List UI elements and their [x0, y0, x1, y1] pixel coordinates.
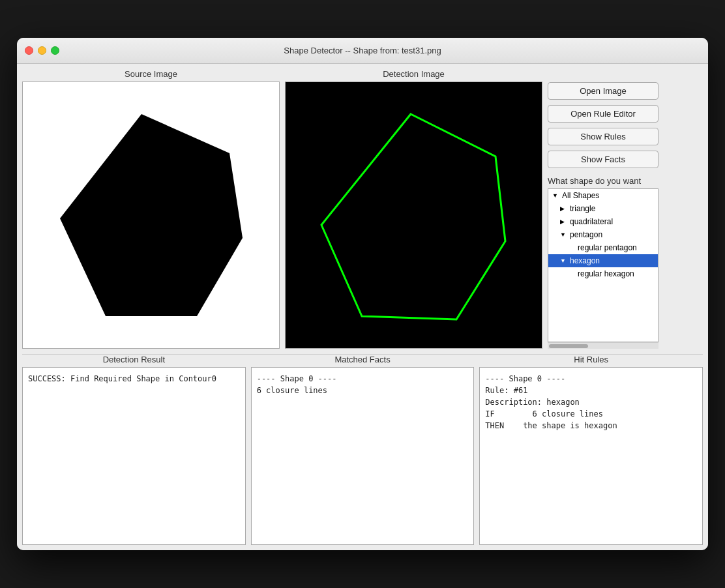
source-hexagon-svg [40, 95, 262, 336]
detection-image-label: Detection Image [383, 69, 445, 79]
app-window: Shape Detector -- Shape from: test31.png… [17, 38, 708, 550]
hit-rules-label: Hit Rules [479, 355, 703, 364]
arrow-all-shapes: ▼ [552, 192, 560, 199]
open-rule-editor-button[interactable]: Open Rule Editor [548, 105, 658, 123]
scrollbar-thumb[interactable] [549, 344, 588, 348]
maximize-button[interactable] [51, 46, 59, 55]
svg-marker-0 [60, 114, 243, 316]
open-image-button[interactable]: Open Image [548, 82, 658, 100]
detection-result-box: SUCCESS: Find Required Shape in Contour0 [22, 367, 246, 545]
source-image-container [22, 81, 280, 349]
matched-facts-box: ---- Shape 0 ---- 6 closure lines [251, 367, 475, 545]
tree-item-quadrilateral[interactable]: ▶ quadrilateral [548, 215, 658, 228]
matched-facts-label: Matched Facts [251, 355, 475, 364]
tree-item-pentagon[interactable]: ▼ pentagon [548, 228, 658, 241]
arrow-pentagon: ▼ [560, 231, 568, 238]
arrow-hexagon: ▼ [560, 257, 568, 264]
tree-item-hexagon[interactable]: ▼ hexagon [548, 254, 658, 267]
detection-result-text: SUCCESS: Find Required Shape in Contour0 [28, 374, 216, 383]
source-image-panel: Source Image [22, 69, 280, 349]
traffic-lights [25, 46, 59, 55]
matched-facts-text: ---- Shape 0 ---- 6 closure lines [257, 374, 337, 395]
window-title: Shape Detector -- Shape from: test31.png [284, 46, 441, 55]
tree-label-pentagon: pentagon [570, 230, 602, 239]
tree-item-triangle[interactable]: ▶ triangle [548, 202, 658, 215]
tree-label-regular-hexagon: regular hexagon [578, 269, 634, 278]
tree-label-hexagon: hexagon [570, 256, 600, 265]
detection-image-panel: Detection Image [285, 69, 542, 349]
close-button[interactable] [25, 46, 33, 55]
detection-result-panel: Detection Result SUCCESS: Find Required … [22, 355, 246, 545]
tree-label-quadrilateral: quadrilateral [570, 217, 613, 226]
scrollbar-area [548, 342, 658, 349]
detection-hexagon-svg [297, 91, 531, 339]
hit-rules-text: ---- Shape 0 ---- Rule: #61 Description:… [485, 374, 617, 430]
right-panel: Open Image Open Rule Editor Show Rules S… [548, 69, 658, 349]
source-image-label: Source Image [125, 69, 177, 79]
tree-item-all-shapes[interactable]: ▼ All Shapes [548, 189, 658, 202]
shape-tree-view[interactable]: ▼ All Shapes ▶ triangle ▶ quadrilateral [548, 188, 658, 342]
detection-result-label: Detection Result [22, 355, 246, 364]
tree-label-regular-pentagon: regular pentagon [578, 243, 637, 252]
bottom-section: Detection Result SUCCESS: Find Required … [17, 355, 708, 550]
arrow-quadrilateral: ▶ [560, 218, 568, 225]
top-section: Source Image Detection Image [17, 64, 708, 354]
minimize-button[interactable] [38, 46, 46, 55]
svg-marker-1 [321, 114, 505, 319]
tree-item-regular-hexagon[interactable]: regular hexagon [548, 267, 658, 280]
show-facts-button[interactable]: Show Facts [548, 151, 658, 168]
detection-image-container [285, 81, 542, 349]
tree-label-all-shapes: All Shapes [562, 191, 599, 200]
main-content: Source Image Detection Image [17, 64, 708, 550]
tree-item-regular-pentagon[interactable]: regular pentagon [548, 241, 658, 254]
hit-rules-box: ---- Shape 0 ---- Rule: #61 Description:… [479, 367, 703, 545]
matched-facts-panel: Matched Facts ---- Shape 0 ---- 6 closur… [251, 355, 475, 545]
shape-selector-label: What shape do you want [548, 176, 658, 186]
hit-rules-panel: Hit Rules ---- Shape 0 ---- Rule: #61 De… [479, 355, 703, 545]
arrow-triangle: ▶ [560, 205, 568, 212]
tree-label-triangle: triangle [570, 204, 595, 213]
titlebar: Shape Detector -- Shape from: test31.png [17, 38, 708, 64]
show-rules-button[interactable]: Show Rules [548, 128, 658, 145]
